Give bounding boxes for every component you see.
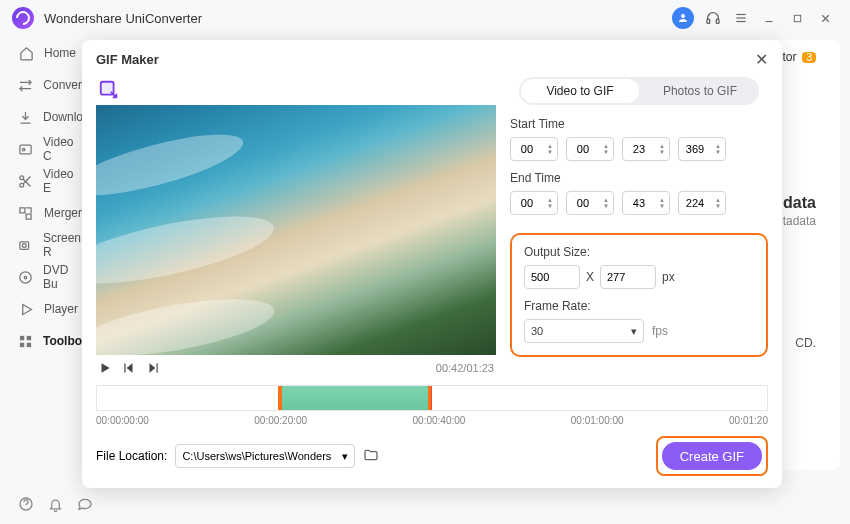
notification-badge: 3 [802,52,816,63]
modal-title: GIF Maker [96,52,159,67]
app-title: Wondershare UniConverter [44,11,202,26]
svg-rect-18 [20,241,29,249]
mode-tabs: Video to GIF Photos to GIF [519,77,759,105]
start-mins-stepper[interactable]: ▲▼ [566,137,614,161]
menu-icon[interactable] [728,5,754,31]
sidebar: Home Conver Downlo Video C Video E Merge… [0,36,82,488]
file-location-select[interactable]: C:\Users\ws\Pictures\Wonders▾ [175,444,355,468]
svg-point-12 [20,175,24,179]
sidebar-item-recorder[interactable]: Screen R [18,236,82,254]
start-secs-stepper[interactable]: ▲▼ [622,137,670,161]
svg-rect-2 [716,19,719,23]
svg-rect-7 [794,15,800,21]
end-ms-stepper[interactable]: ▲▼ [678,191,726,215]
output-settings-box: Output Size: X px Frame Rate: 30▾ fps [510,233,768,357]
end-hours-stepper[interactable]: ▲▼ [510,191,558,215]
create-highlight: Create GIF [656,436,768,476]
svg-marker-22 [22,304,31,314]
headphones-icon[interactable] [700,5,726,31]
frame-rate-label: Frame Rate: [524,299,754,313]
svg-point-21 [24,276,27,279]
app-logo-icon [12,7,34,29]
user-avatar-icon[interactable] [672,7,694,29]
start-time-label: Start Time [510,117,768,131]
add-media-button[interactable] [96,77,122,103]
svg-rect-24 [27,335,31,339]
sidebar-item-downloader[interactable]: Downlo [18,108,82,126]
svg-point-0 [681,14,685,18]
grid-icon [18,333,33,349]
sidebar-item-compressor[interactable]: Video C [18,140,82,158]
selection-range[interactable] [278,386,432,410]
sidebar-item-merger[interactable]: Merger [18,204,82,222]
svg-marker-28 [102,363,110,372]
home-icon [18,45,34,61]
svg-rect-16 [20,207,25,212]
svg-rect-26 [27,342,31,346]
open-folder-button[interactable] [363,447,379,466]
minimize-button[interactable] [756,5,782,31]
help-icon[interactable] [18,496,34,516]
sidebar-item-player[interactable]: Player [18,300,82,318]
prev-frame-button[interactable] [122,361,136,375]
start-hours-stepper[interactable]: ▲▼ [510,137,558,161]
video-preview[interactable] [96,105,496,355]
sidebar-item-toolbox[interactable]: Toolbo [18,332,82,350]
disc-icon [18,269,33,285]
sidebar-item-dvd[interactable]: DVD Bu [18,268,82,286]
svg-point-20 [20,271,31,282]
svg-point-11 [22,148,25,151]
svg-point-19 [22,243,26,247]
gif-maker-modal: GIF Maker ✕ 00:42/01:23 Video to GIF Pho… [82,40,782,488]
svg-rect-23 [20,335,24,339]
frame-rate-select[interactable]: 30▾ [524,319,644,343]
svg-rect-30 [124,363,125,372]
svg-marker-29 [127,363,133,372]
svg-point-13 [20,183,24,187]
start-ms-stepper[interactable]: ▲▼ [678,137,726,161]
compress-icon [18,141,33,157]
end-mins-stepper[interactable]: ▲▼ [566,191,614,215]
svg-rect-17 [27,214,32,219]
sidebar-item-editor[interactable]: Video E [18,172,82,190]
end-time-label: End Time [510,171,768,185]
scissors-icon [18,173,33,189]
tab-video-to-gif[interactable]: Video to GIF [521,79,639,103]
player-controls: 00:42/01:23 [96,355,496,381]
svg-rect-32 [157,363,158,372]
close-button[interactable] [812,5,838,31]
backdrop-meta: tor3 [782,50,816,64]
convert-icon [18,77,33,93]
play-button[interactable] [98,361,112,375]
file-location-label: File Location: [96,449,167,463]
output-size-label: Output Size: [524,245,754,259]
download-icon [18,109,33,125]
sidebar-item-converter[interactable]: Conver [18,76,82,94]
statusbar [0,488,111,524]
chevron-down-icon: ▾ [342,450,348,463]
timeline-track[interactable] [96,385,768,411]
width-input[interactable] [524,265,580,289]
tab-photos-to-gif[interactable]: Photos to GIF [641,77,759,105]
play-icon [18,301,34,317]
create-gif-button[interactable]: Create GIF [662,442,762,470]
maximize-button[interactable] [784,5,810,31]
next-frame-button[interactable] [146,361,160,375]
timeline: 00:00:00:00 00:00:20:00 00:00:40:00 00:0… [96,385,768,426]
titlebar: Wondershare UniConverter [0,0,850,36]
feedback-icon[interactable] [77,496,93,516]
time-readout: 00:42/01:23 [436,362,494,374]
record-icon [18,237,33,253]
svg-rect-25 [20,342,24,346]
end-secs-stepper[interactable]: ▲▼ [622,191,670,215]
height-input[interactable] [600,265,656,289]
merge-icon [18,205,34,221]
modal-close-button[interactable]: ✕ [755,50,768,69]
chevron-down-icon: ▾ [631,325,637,338]
bell-icon[interactable] [48,497,63,516]
svg-rect-1 [707,19,710,23]
svg-marker-31 [150,363,156,372]
sidebar-item-home[interactable]: Home [18,44,82,62]
